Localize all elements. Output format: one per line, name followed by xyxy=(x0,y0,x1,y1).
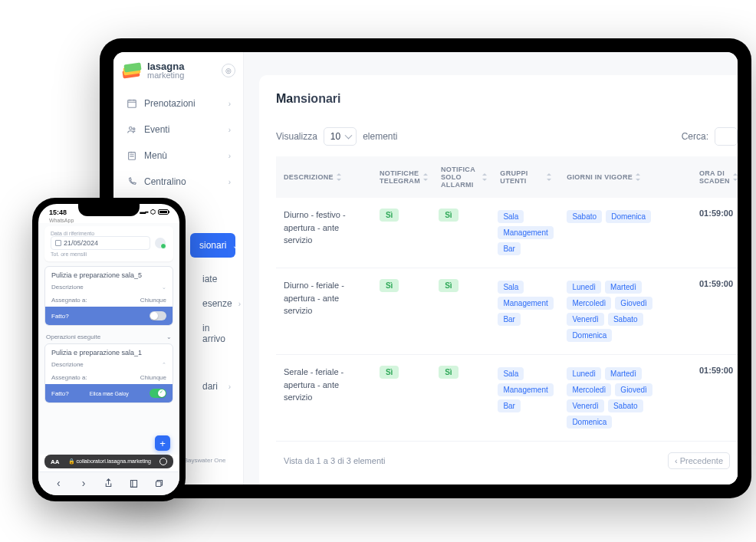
mansionari-table: DESCRIZIONE NOTIFICHE TELEGRAM NOTIFICA … xyxy=(276,156,738,480)
group-tag: Sala xyxy=(498,281,524,294)
sort-icon xyxy=(423,173,426,181)
chevron-up-icon: ⌃ xyxy=(162,362,166,368)
sort-icon xyxy=(337,173,343,181)
nav-label: Menù xyxy=(144,150,167,161)
browser-url-bar[interactable]: AA 🔒 collaboratori.lasagna.marketing xyxy=(44,455,173,468)
table-header: DESCRIZIONE NOTIFICHE TELEGRAM NOTIFICA … xyxy=(276,156,738,198)
cell-gruppi: Sala Management Bar xyxy=(490,366,559,430)
cell-time: 01:59:00 xyxy=(692,209,738,257)
task-done-row: Fatto? xyxy=(45,307,173,325)
nav-partial-item[interactable]: in arrivo xyxy=(198,316,235,351)
sort-icon xyxy=(482,173,485,181)
sort-icon xyxy=(547,173,551,181)
page-size-select[interactable]: 10 xyxy=(324,127,357,146)
task-desc-row[interactable]: Descrizione ⌄ xyxy=(45,281,173,294)
user-avatar[interactable] xyxy=(153,236,167,250)
phone-device-frame: 15:48 ▬▪▪ ⬡ WhatsApp Data di riferimento… xyxy=(32,198,186,501)
nav-label: Eventi xyxy=(144,124,169,135)
status-app-source: WhatsApp xyxy=(38,218,179,223)
main-content: Mansionari Visualizza 10 elementi Cerca:… xyxy=(244,52,738,485)
task-card: Pulizia e preparazione sala_5 Descrizion… xyxy=(44,266,173,326)
column-gruppi[interactable]: GRUPPI UTENTI xyxy=(492,166,559,189)
day-tag: Sabato xyxy=(608,399,643,412)
nav-prenotazioni[interactable]: Prenotazioni › xyxy=(121,90,235,117)
collapse-sidebar-button[interactable]: ◎ xyxy=(222,64,235,77)
table-row: Diurno - feriale - apertura - ante servi… xyxy=(276,268,738,355)
nav-mansionari-active[interactable]: sionari ⌄ xyxy=(190,233,235,258)
search-input[interactable] xyxy=(715,127,738,146)
cell-giorni: Lunedì Martedì Mercoledì Giovedì Venerdì… xyxy=(559,366,692,430)
column-ora[interactable]: ORA DI SCADEN xyxy=(692,166,738,189)
people-icon xyxy=(126,123,138,136)
svg-point-2 xyxy=(133,128,135,130)
nav-label: in arrivo xyxy=(202,323,231,344)
forward-button[interactable]: › xyxy=(77,477,90,489)
group-tag: Management xyxy=(498,297,553,310)
yes-badge: Sì xyxy=(380,209,399,222)
svg-rect-4 xyxy=(156,481,162,487)
cell-allarmi: Sì xyxy=(431,366,490,430)
svg-point-1 xyxy=(130,127,133,130)
nav-centralino[interactable]: Centralino › xyxy=(121,169,235,195)
bookmarks-button[interactable] xyxy=(128,477,140,489)
nav-eventi[interactable]: Eventi › xyxy=(121,117,235,143)
task-assigned-row: Assegnato a: Chiunque xyxy=(45,371,173,384)
done-toggle[interactable] xyxy=(150,311,166,320)
prev-page-button[interactable]: ‹ Precedente xyxy=(668,452,730,469)
group-tag: Bar xyxy=(498,399,521,412)
chevron-right-icon: › xyxy=(228,383,231,391)
done-by-text: Elica mae Galoy xyxy=(90,391,129,396)
chevron-down-icon: ⌄ xyxy=(166,333,172,340)
day-tag: Martedì xyxy=(605,281,642,294)
group-tag: Management xyxy=(498,383,553,396)
signal-icon: ▬▪▪ xyxy=(140,209,148,215)
day-tag: Venerdì xyxy=(567,399,603,412)
column-giorni[interactable]: GIORNI IN VIGORE xyxy=(559,166,692,189)
pagination: ‹ Precedente xyxy=(668,452,730,469)
nav-partial-item[interactable]: iate xyxy=(198,267,235,291)
phone-icon xyxy=(126,176,138,188)
done-toggle[interactable] xyxy=(150,389,166,398)
cell-desc: Diurno - feriale - apertura - ante servi… xyxy=(276,279,372,343)
day-tag: Lunedì xyxy=(567,281,601,294)
battery-icon xyxy=(158,209,169,215)
column-telegram[interactable]: NOTIFICHE TELEGRAM xyxy=(372,166,433,189)
column-descrizione[interactable]: DESCRIZIONE xyxy=(276,166,372,189)
share-button[interactable] xyxy=(103,477,115,489)
nav-label: dari xyxy=(202,381,218,392)
nav-menu[interactable]: Menù › xyxy=(121,143,235,169)
back-button[interactable]: ‹ xyxy=(52,477,64,489)
task-desc-row[interactable]: Descrizione ⌃ xyxy=(45,358,173,371)
table-row: Serale - feriale - apertura - ante servi… xyxy=(276,355,738,442)
nav-partial-item[interactable]: dari › xyxy=(198,374,235,399)
day-tag: Giovedì xyxy=(615,297,652,310)
url-text: 🔒 collaboratori.lasagna.marketing xyxy=(64,458,155,465)
ref-date-input[interactable]: 21/05/2024 xyxy=(51,236,150,250)
cell-giorni: Lunedì Martedì Mercoledì Giovedì Venerdì… xyxy=(559,279,692,343)
day-tag: Mercoledì xyxy=(567,297,611,310)
task-card: Pulizia e preparazione sala_1 Descrizion… xyxy=(44,343,173,403)
table-footer: Vista da 1 a 3 di 3 elementi ‹ Precedent… xyxy=(276,442,738,480)
table-row: Diurno - festivo - apertura - ante servi… xyxy=(276,198,738,268)
cell-desc: Serale - feriale - apertura - ante servi… xyxy=(276,366,372,430)
tabs-button[interactable] xyxy=(153,477,166,489)
cell-gruppi: Sala Management Bar xyxy=(490,209,559,257)
day-tag: Giovedì xyxy=(615,383,652,396)
logo: lasagna marketing ◎ xyxy=(121,61,235,80)
text-size-button[interactable]: AA xyxy=(51,458,60,465)
wifi-icon: ⬡ xyxy=(150,209,156,215)
reload-icon[interactable] xyxy=(159,458,167,465)
day-tag: Mercoledì xyxy=(567,383,611,396)
cell-telegram: Sì xyxy=(372,209,431,257)
browser-toolbar: ‹ › xyxy=(38,471,179,495)
chevron-right-icon: › xyxy=(228,152,231,160)
nav-partial-item[interactable]: esenze › xyxy=(198,291,235,316)
calendar-icon xyxy=(126,97,138,110)
add-button[interactable]: + xyxy=(155,435,170,451)
operations-header[interactable]: Operazioni eseguite ⌄ xyxy=(44,330,173,343)
column-allarmi[interactable]: NOTIFICA SOLO ALLARMI xyxy=(433,166,492,189)
nav-label: sionari xyxy=(199,240,226,251)
show-label: Visualizza xyxy=(276,131,317,142)
logo-text: lasagna marketing xyxy=(147,61,184,80)
group-tag: Bar xyxy=(498,313,521,326)
